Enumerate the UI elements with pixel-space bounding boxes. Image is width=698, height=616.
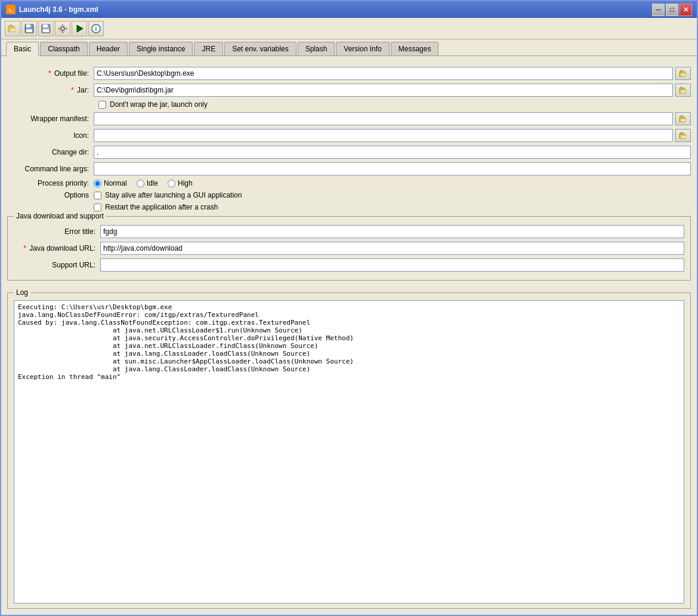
output-file-row: * Output file:	[7, 67, 691, 80]
tabs-bar: Basic Classpath Header Single instance J…	[1, 39, 697, 56]
java-download-url-input[interactable]	[100, 242, 684, 255]
required-star: *	[48, 69, 51, 78]
wrapper-manifest-label: Wrapper manifest:	[7, 115, 94, 123]
tab-basic[interactable]: Basic	[6, 42, 39, 56]
process-priority-radio-group: Normal Idle High	[94, 179, 193, 187]
process-priority-row: Process priority: Normal Idle High	[7, 179, 691, 187]
error-title-input[interactable]	[100, 225, 684, 238]
info-button[interactable]: i	[88, 21, 104, 36]
java-download-group-title: Java download and support	[14, 212, 106, 220]
tab-set-env-variables[interactable]: Set env. variables	[224, 42, 297, 56]
svg-marker-29	[680, 119, 687, 122]
restart-checkbox[interactable]	[94, 204, 101, 211]
priority-idle-radio[interactable]	[137, 180, 144, 187]
jar-input[interactable]	[94, 84, 673, 97]
tab-header[interactable]: Header	[89, 42, 128, 56]
settings-button[interactable]	[55, 21, 70, 36]
output-file-input[interactable]	[94, 67, 673, 80]
tab-messages[interactable]: Messages	[391, 42, 439, 56]
window-title: Launch4j 3.6 - bgm.xml	[19, 5, 98, 14]
svg-rect-25	[681, 87, 682, 89]
java-download-group: Java download and support Error title: *…	[7, 216, 691, 281]
restart-label: Restart the application after a crash	[105, 203, 218, 211]
jar-row: * Jar:	[7, 84, 691, 97]
svg-marker-26	[680, 90, 687, 93]
icon-label: Icon:	[7, 131, 94, 140]
priority-normal-label: Normal	[94, 179, 127, 187]
maximize-button[interactable]: □	[666, 4, 678, 16]
command-line-args-input[interactable]	[94, 162, 691, 175]
log-section: Log Executing: C:\Users\usr\Desktop\bgm.…	[7, 292, 691, 609]
dont-wrap-row: Dont't wrap the jar, launch only	[7, 100, 691, 109]
run-button[interactable]	[72, 21, 87, 36]
svg-point-15	[62, 31, 63, 32]
change-dir-input[interactable]	[94, 146, 691, 159]
log-content[interactable]: Executing: C:\Users\usr\Desktop\bgm.exe …	[14, 300, 684, 603]
options-label: Options	[7, 191, 94, 199]
icon-browse-button[interactable]	[675, 129, 691, 142]
svg-marker-4	[10, 29, 16, 32]
svg-rect-22	[681, 70, 682, 72]
priority-high-radio[interactable]	[168, 180, 175, 187]
priority-high-label: High	[168, 179, 193, 187]
main-window: L Launch4j 3.6 - bgm.xml ─ □ ✕	[0, 0, 698, 616]
error-title-row: Error title:	[14, 225, 684, 238]
tab-classpath[interactable]: Classpath	[40, 42, 87, 56]
priority-normal-radio[interactable]	[94, 180, 101, 187]
svg-rect-31	[681, 133, 682, 134]
close-button[interactable]: ✕	[680, 4, 692, 16]
java-url-required-star: *	[23, 244, 26, 252]
support-url-label: Support URL:	[14, 261, 100, 269]
svg-text:L: L	[9, 7, 13, 13]
jar-browse-button[interactable]	[675, 84, 691, 97]
saveas-button[interactable]	[38, 21, 54, 36]
window-controls: ─ □ ✕	[652, 4, 692, 16]
svg-marker-32	[680, 135, 687, 138]
output-file-field-group	[94, 67, 691, 80]
tab-splash[interactable]: Splash	[298, 42, 335, 56]
svg-rect-11	[43, 29, 49, 32]
command-line-args-row: Command line args:	[7, 162, 691, 175]
change-dir-label: Change dir:	[7, 148, 94, 156]
error-title-label: Error title:	[14, 227, 100, 236]
java-download-url-row: * Java download URL:	[14, 242, 684, 255]
svg-text:i: i	[95, 26, 97, 32]
stay-alive-checkbox[interactable]	[94, 192, 101, 199]
dont-wrap-label: Dont't wrap the jar, launch only	[110, 100, 208, 109]
svg-rect-3	[10, 25, 12, 27]
app-icon: L	[6, 5, 16, 14]
support-url-row: Support URL:	[14, 258, 684, 272]
jar-field-group	[94, 84, 691, 97]
dont-wrap-checkbox[interactable]	[98, 101, 106, 109]
jar-required-star: *	[71, 86, 74, 94]
title-bar: L Launch4j 3.6 - bgm.xml ─ □ ✕	[1, 1, 697, 18]
svg-point-17	[66, 27, 67, 29]
toolbar: i	[1, 18, 697, 39]
log-title: Log	[14, 288, 30, 297]
tab-version-info[interactable]: Version Info	[336, 42, 389, 56]
output-file-browse-button[interactable]	[675, 67, 691, 80]
wrapper-manifest-input[interactable]	[94, 112, 673, 125]
svg-point-12	[61, 27, 64, 30]
open-button[interactable]	[5, 21, 20, 36]
svg-rect-7	[26, 29, 32, 32]
tab-single-instance[interactable]: Single instance	[129, 42, 193, 56]
java-download-url-label: * Java download URL:	[14, 244, 100, 252]
svg-point-16	[58, 27, 60, 29]
stay-alive-label: Stay alive after launching a GUI applica…	[105, 191, 242, 199]
command-line-args-label: Command line args:	[7, 165, 94, 173]
options-stay-alive-row: Options Stay alive after launching a GUI…	[7, 191, 691, 199]
wrapper-manifest-field-group	[94, 112, 691, 125]
svg-rect-8	[30, 24, 31, 27]
svg-marker-18	[77, 25, 83, 32]
save-button[interactable]	[21, 21, 37, 36]
icon-input[interactable]	[94, 129, 673, 142]
svg-marker-23	[680, 73, 687, 76]
support-url-input[interactable]	[100, 258, 684, 272]
svg-rect-28	[681, 116, 682, 118]
wrapper-manifest-browse-button[interactable]	[675, 112, 691, 125]
icon-field-group	[94, 129, 691, 142]
minimize-button[interactable]: ─	[652, 4, 665, 16]
title-bar-left: L Launch4j 3.6 - bgm.xml	[6, 5, 98, 14]
tab-jre[interactable]: JRE	[194, 42, 223, 56]
